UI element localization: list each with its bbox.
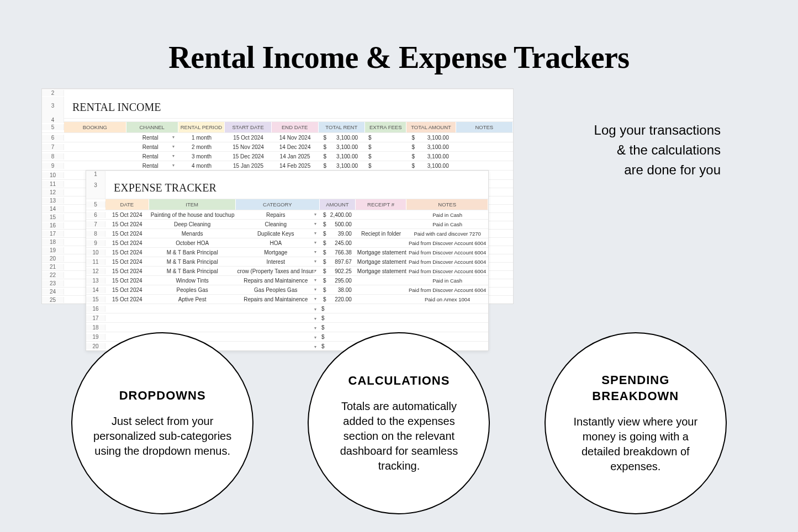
- cell-receipt[interactable]: Reciept in folder: [356, 231, 407, 237]
- cell-item[interactable]: M & T Bank Principal: [149, 249, 236, 256]
- cell-date[interactable]: 15 Oct 2024: [105, 231, 149, 237]
- cell-end-date[interactable]: 14 Dec 2024: [272, 144, 319, 150]
- cell-amount[interactable]: $902.25: [320, 268, 356, 274]
- cell-item[interactable]: Peoples Gas: [149, 287, 236, 293]
- cell-notes[interactable]: Paid from Discover Account 6004: [406, 240, 488, 246]
- cell-amount[interactable]: $500.00: [320, 221, 356, 227]
- cell-start-date[interactable]: 15 Jan 2025: [225, 163, 272, 169]
- cell-notes[interactable]: Paid in Cash: [406, 221, 488, 227]
- cell-date[interactable]: 15 Oct 2024: [105, 259, 149, 265]
- cell-amount[interactable]: $38.00: [320, 287, 356, 293]
- chevron-down-icon[interactable]: ▾: [314, 231, 318, 237]
- cell-rent[interactable]: $3,100.00: [318, 135, 365, 141]
- side-line-1: Log your transactions: [594, 120, 721, 140]
- cell-category[interactable]: Cleaning▾: [236, 221, 320, 227]
- expense-row: 1215 Oct 2024M & T Bank Principalcrow (P…: [86, 266, 488, 275]
- cell-rent[interactable]: $3,100.00: [318, 153, 365, 159]
- cell-receipt[interactable]: Mortgage statement: [356, 249, 407, 256]
- row-number: 12: [42, 189, 64, 195]
- cell-channel[interactable]: Rental▾: [126, 144, 178, 150]
- cell-item[interactable]: Deep Cleaning: [149, 221, 236, 227]
- cell-start-date[interactable]: 15 Dec 2024: [225, 153, 272, 159]
- cell-date[interactable]: 15 Oct 2024: [105, 249, 149, 256]
- cell-start-date[interactable]: 15 Oct 2024: [225, 135, 272, 141]
- cell-extra[interactable]: $: [365, 144, 406, 150]
- cell-item[interactable]: M & T Bank Principal: [149, 268, 236, 274]
- chevron-down-icon[interactable]: ▾: [314, 307, 318, 312]
- cell-category[interactable]: Mortgage▾: [236, 249, 320, 256]
- cell-amount[interactable]: $220.00: [320, 296, 356, 302]
- chevron-down-icon[interactable]: ▾: [172, 135, 176, 141]
- cell-extra[interactable]: $: [365, 153, 406, 159]
- cell-item[interactable]: Window Tints: [149, 278, 236, 284]
- cell-amount[interactable]: $295.00: [320, 278, 356, 284]
- cell-item[interactable]: M & T Bank Principal: [149, 259, 236, 265]
- cell-notes[interactable]: Paid from Discover Account 6004: [406, 249, 488, 256]
- cell-category[interactable]: Duplicate Keys▾: [236, 231, 320, 237]
- chevron-down-icon[interactable]: ▾: [314, 278, 318, 284]
- cell-date[interactable]: 15 Oct 2024: [105, 240, 149, 246]
- chevron-down-icon[interactable]: ▾: [314, 249, 318, 256]
- chevron-down-icon[interactable]: ▾: [172, 153, 176, 159]
- chevron-down-icon[interactable]: ▾: [314, 240, 318, 246]
- chevron-down-icon[interactable]: ▾: [314, 287, 318, 293]
- chevron-down-icon[interactable]: ▾: [314, 221, 318, 227]
- chevron-down-icon[interactable]: ▾: [314, 316, 318, 321]
- cell-receipt[interactable]: Mortgage statement: [356, 259, 407, 265]
- cell-notes[interactable]: Paid from Discover Account 6004: [406, 287, 488, 293]
- cell-item[interactable]: Aptive Pest: [149, 296, 236, 302]
- cell-category[interactable]: Repairs▾: [236, 212, 320, 218]
- cell-end-date[interactable]: 14 Nov 2024: [272, 135, 319, 141]
- chevron-down-icon[interactable]: ▾: [172, 144, 176, 150]
- cell-item[interactable]: Menards: [149, 231, 236, 237]
- cell-date[interactable]: 15 Oct 2024: [105, 221, 149, 227]
- cell-channel[interactable]: Rental▾: [126, 135, 178, 141]
- cell-end-date[interactable]: 14 Jan 2025: [272, 153, 319, 159]
- chevron-down-icon[interactable]: ▾: [314, 259, 318, 265]
- chevron-down-icon[interactable]: ▾: [314, 296, 318, 302]
- cell-date[interactable]: 15 Oct 2024: [105, 296, 149, 302]
- cell-channel[interactable]: Rental▾: [126, 163, 178, 169]
- cell-extra[interactable]: $: [365, 163, 406, 169]
- chevron-down-icon[interactable]: ▾: [172, 163, 176, 169]
- chevron-down-icon[interactable]: ▾: [314, 268, 318, 274]
- cell-notes[interactable]: Paid in Cash: [406, 278, 488, 284]
- cell-notes[interactable]: Paid from Discover Account 6004: [406, 268, 488, 274]
- cell-end-date[interactable]: 14 Feb 2025: [272, 163, 319, 169]
- cell-notes[interactable]: Paid on Amex 1004: [406, 296, 488, 302]
- cell-category[interactable]: HOA▾: [236, 240, 320, 246]
- cell-extra[interactable]: $: [365, 135, 406, 141]
- cell-period[interactable]: 4 month: [178, 163, 225, 169]
- cell-item[interactable]: Painting of the house and touchup: [149, 212, 236, 218]
- cell-period[interactable]: 2 month: [178, 144, 225, 150]
- cell-rent[interactable]: $3,100.00: [318, 144, 365, 150]
- cell-notes[interactable]: Paid in Cash: [406, 212, 488, 218]
- cell-amount[interactable]: $2,400.00: [320, 212, 356, 218]
- cell-notes[interactable]: Paid with card discover 7270: [406, 231, 488, 237]
- chevron-down-icon[interactable]: ▾: [314, 326, 318, 331]
- cell-amount[interactable]: $39.00: [320, 231, 356, 237]
- cell-date[interactable]: 15 Oct 2024: [105, 268, 149, 274]
- cell-notes[interactable]: Paid from Discover Account 6004: [406, 259, 488, 265]
- cell-category[interactable]: Repairs and Maintainence▾: [236, 296, 320, 302]
- cell-date[interactable]: 15 Oct 2024: [105, 212, 149, 218]
- cell-amount[interactable]: $766.38: [320, 249, 356, 256]
- cell-period[interactable]: 1 month: [178, 135, 225, 141]
- cell-start-date[interactable]: 15 Nov 2024: [225, 144, 272, 150]
- cell-date[interactable]: 15 Oct 2024: [105, 278, 149, 284]
- cell-rent[interactable]: $3,100.00: [318, 163, 365, 169]
- cell-item[interactable]: October HOA: [149, 240, 236, 246]
- cell-amount[interactable]: $897.67: [320, 259, 356, 265]
- cell-amount[interactable]: $245.00: [320, 240, 356, 246]
- cell-date[interactable]: 15 Oct 2024: [105, 287, 149, 293]
- cell-category[interactable]: crow (Property Taxes and Insuranc▾: [236, 268, 320, 274]
- chevron-down-icon[interactable]: ▾: [314, 212, 318, 218]
- cell-category[interactable]: Gas Peoples Gas▾: [236, 287, 320, 293]
- side-caption: Log your transactions & the calculations…: [594, 120, 721, 180]
- cell-receipt[interactable]: Mortgage statement: [356, 268, 407, 274]
- expense-row: 1415 Oct 2024Peoples GasGas Peoples Gas▾…: [86, 285, 488, 294]
- cell-category[interactable]: Interest▾: [236, 259, 320, 265]
- cell-period[interactable]: 3 month: [178, 153, 225, 159]
- cell-channel[interactable]: Rental▾: [126, 153, 178, 159]
- cell-category[interactable]: Repairs and Maintainence▾: [236, 278, 320, 284]
